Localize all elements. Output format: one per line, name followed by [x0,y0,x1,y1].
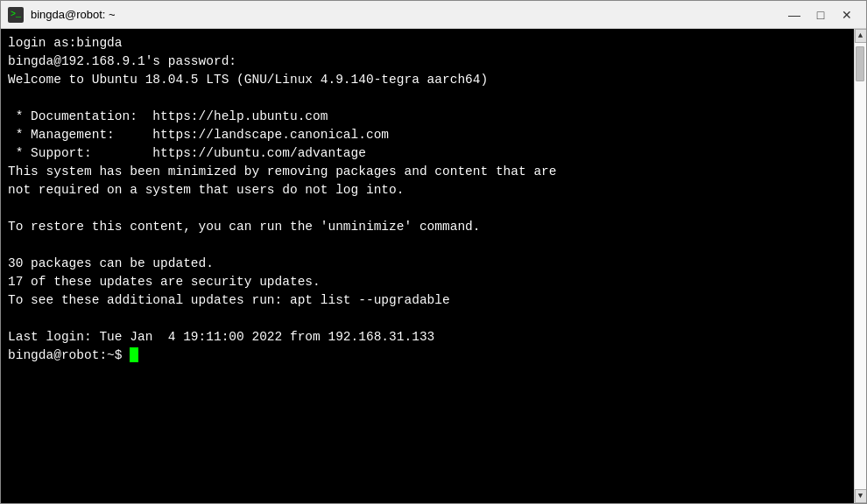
scroll-up-arrow[interactable]: ▲ [855,29,867,43]
maximize-button[interactable]: □ [808,4,833,26]
terminal-window: >_ bingda@robot: ~ — □ ✕ login as:bingda… [0,0,867,504]
window-icon: >_ [8,7,24,23]
scroll-down-arrow[interactable]: ▼ [855,489,867,503]
terminal-cursor [130,347,138,362]
close-button[interactable]: ✕ [835,4,859,26]
scrollbar[interactable]: ▲ ▼ [854,29,866,503]
terminal-output[interactable]: login as:bingda bingda@192.168.9.1's pas… [1,29,854,503]
minimize-button[interactable]: — [782,4,807,26]
window-controls: — □ ✕ [782,4,859,26]
terminal-wrapper: login as:bingda bingda@192.168.9.1's pas… [1,29,866,503]
titlebar: >_ bingda@robot: ~ — □ ✕ [1,1,866,29]
scrollbar-thumb[interactable] [856,46,864,81]
window-title: bingda@robot: ~ [31,8,782,21]
scrollbar-track[interactable] [855,43,866,489]
